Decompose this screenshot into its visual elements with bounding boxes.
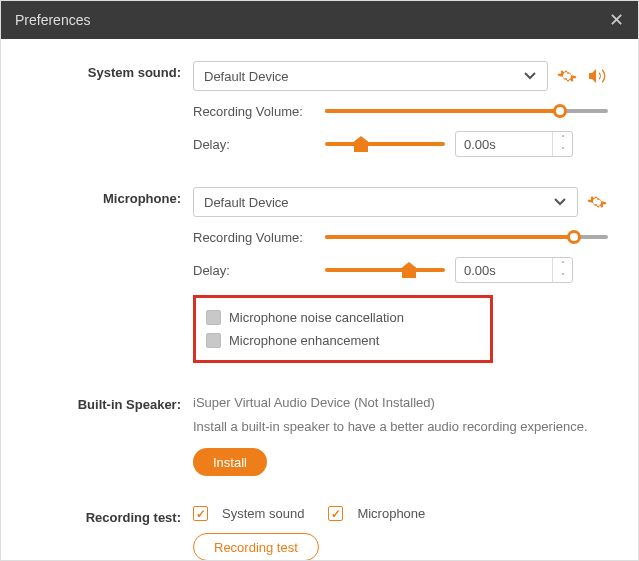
sys-rec-vol-label: Recording Volume: [193, 104, 315, 119]
system-sound-device-dropdown[interactable]: Default Device [193, 61, 548, 91]
test-system-sound-checkbox[interactable] [193, 506, 208, 521]
sys-delay-spinner[interactable]: 0.00s ˄˅ [455, 131, 573, 157]
spinner-down-icon[interactable]: ˅ [553, 270, 572, 282]
system-sound-device-value: Default Device [204, 69, 289, 84]
mic-rec-vol-label: Recording Volume: [193, 230, 315, 245]
mic-delay-label: Delay: [193, 263, 315, 278]
system-sound-label: System sound: [31, 61, 193, 157]
content-area: System sound: Default Device Recording V… [1, 39, 638, 561]
test-system-sound-label: System sound [222, 506, 304, 521]
enhancement-checkbox[interactable] [206, 333, 221, 348]
system-sound-settings-icon[interactable] [556, 65, 578, 87]
title-bar: Preferences ✕ [1, 1, 638, 39]
mic-delay-value: 0.00s [456, 258, 552, 282]
mic-delay-slider[interactable] [325, 260, 445, 280]
noise-cancellation-label: Microphone noise cancellation [229, 310, 404, 325]
mic-options-highlight: Microphone noise cancellation Microphone… [193, 295, 493, 363]
mic-rec-vol-slider[interactable] [325, 227, 608, 247]
speaker-icon[interactable] [586, 65, 608, 87]
speaker-info: Install a built-in speaker to have a bet… [193, 417, 608, 437]
recording-test-button[interactable]: Recording test [193, 533, 319, 561]
test-label: Recording test: [31, 506, 193, 561]
test-microphone-label: Microphone [357, 506, 425, 521]
install-button[interactable]: Install [193, 448, 267, 476]
sys-delay-label: Delay: [193, 137, 315, 152]
chevron-down-icon [553, 195, 567, 209]
microphone-device-dropdown[interactable]: Default Device [193, 187, 578, 217]
speaker-status: iSuper Virtual Audio Device (Not Install… [193, 393, 608, 413]
microphone-settings-icon[interactable] [586, 191, 608, 213]
enhancement-label: Microphone enhancement [229, 333, 379, 348]
spinner-down-icon[interactable]: ˅ [553, 144, 572, 156]
spinner-up-icon[interactable]: ˄ [553, 258, 572, 270]
noise-cancellation-checkbox[interactable] [206, 310, 221, 325]
sys-delay-value: 0.00s [456, 132, 552, 156]
speaker-label: Built-in Speaker: [31, 393, 193, 476]
window-title: Preferences [15, 12, 90, 28]
microphone-label: Microphone: [31, 187, 193, 363]
test-microphone-checkbox[interactable] [328, 506, 343, 521]
chevron-down-icon [523, 69, 537, 83]
sys-delay-slider[interactable] [325, 134, 445, 154]
spinner-up-icon[interactable]: ˄ [553, 132, 572, 144]
sys-rec-vol-slider[interactable] [325, 101, 608, 121]
close-icon[interactable]: ✕ [609, 9, 624, 31]
microphone-device-value: Default Device [204, 195, 289, 210]
mic-delay-spinner[interactable]: 0.00s ˄˅ [455, 257, 573, 283]
